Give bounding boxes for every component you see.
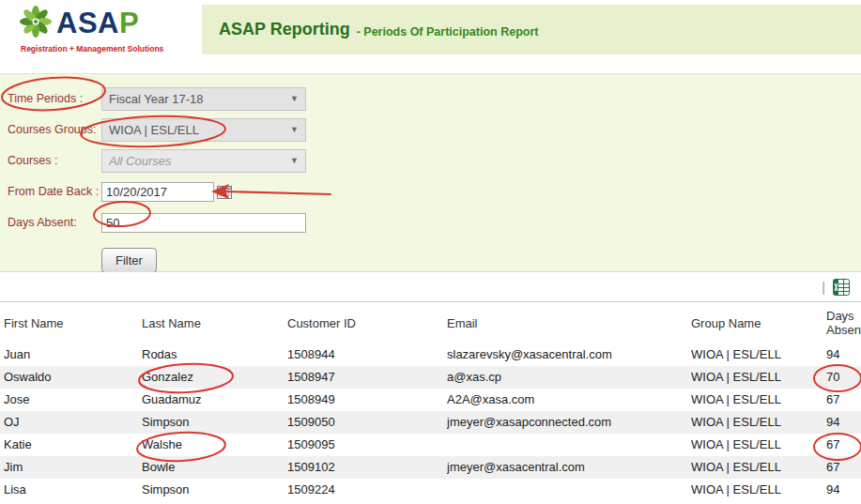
cell-group: WIOA | ESL/ELL — [691, 389, 823, 411]
column-header-group-name: Group Name — [691, 316, 823, 330]
chevron-down-icon: ▼ — [290, 94, 299, 103]
cell-id: 1508949 — [287, 389, 447, 411]
cell-group: WIOA | ESL/ELL — [691, 344, 823, 366]
courses-groups-label: Courses Groups: — [8, 123, 101, 136]
table-row: LisaSimpson1509224WIOA | ESL/ELL94 — [0, 479, 861, 501]
filter-row-from-date: From Date Back : — [8, 179, 861, 204]
table-row: KatieWalshe1509095WIOA | ESL/ELL67 — [0, 434, 861, 456]
table-row: JuanRodas1508944slazarevsky@xasacentral.… — [0, 344, 861, 366]
table-body: JuanRodas1508944slazarevsky@xasacentral.… — [0, 344, 861, 501]
app-header: ASAP Registration + Management Solutions… — [0, 0, 861, 66]
filter-row-courses: Courses : All Courses ▼ — [8, 148, 861, 173]
cell-group: WIOA | ESL/ELL — [691, 411, 823, 434]
cell-id: 1509224 — [287, 479, 447, 501]
filter-button[interactable]: Filter — [101, 248, 157, 273]
cell-email: slazarevsky@xasacentral.com — [447, 344, 691, 366]
asap-flower-icon — [19, 5, 53, 42]
cell-first: Katie — [0, 434, 142, 456]
cell-days: 94 — [823, 479, 861, 501]
logo-tagline: Registration + Management Solutions — [21, 44, 163, 53]
cell-first: Lisa — [0, 479, 142, 501]
cell-days: 67 — [823, 456, 861, 479]
filter-panel: Time Periods : Fiscal Year 17-18 ▼ Cours… — [0, 73, 861, 272]
table-row: OJSimpson1509050jmeyer@xasapconnected.co… — [0, 411, 861, 434]
cell-days: 67 — [823, 434, 861, 456]
courses-groups-dropdown[interactable]: WIOA | ESL/ELL ▼ — [101, 118, 306, 142]
cell-first: Juan — [0, 344, 142, 366]
cell-id: 1509050 — [287, 411, 447, 434]
cell-group: WIOA | ESL/ELL — [691, 434, 823, 456]
cell-group: WIOA | ESL/ELL — [691, 366, 823, 389]
cell-days: 67 — [823, 389, 861, 411]
cell-last: Walshe — [142, 434, 287, 456]
cell-group: WIOA | ESL/ELL — [691, 479, 823, 501]
chevron-down-icon: ▼ — [290, 125, 299, 134]
table-header-row: First Name Last Name Customer ID Email G… — [0, 302, 861, 344]
cell-email — [447, 434, 691, 456]
cell-first: Jose — [0, 389, 142, 411]
column-header-first-name: First Name — [0, 316, 142, 330]
cell-email — [447, 479, 691, 501]
cell-email: jmeyer@xasacentral.com — [447, 456, 691, 479]
cell-email: jmeyer@xasapconnected.com — [447, 411, 691, 434]
cell-last: Bowle — [142, 456, 287, 479]
excel-export-icon[interactable] — [833, 279, 850, 296]
time-periods-label: Time Periods : — [8, 92, 101, 105]
asap-logo: ASAP Registration + Management Solutions — [19, 5, 163, 53]
cell-id: 1508947 — [287, 366, 447, 389]
cell-days: 94 — [823, 344, 861, 366]
from-date-input[interactable] — [101, 182, 214, 202]
cell-first: OJ — [0, 411, 142, 434]
filter-row-time-periods: Time Periods : Fiscal Year 17-18 ▼ — [8, 86, 861, 111]
page: ASAP Registration + Management Solutions… — [0, 0, 861, 504]
from-date-label: From Date Back : — [8, 185, 101, 198]
courses-value: All Courses — [109, 154, 171, 168]
report-toolbar: | — [0, 272, 861, 302]
table-row: OswaldoGonzalez1508947a@xas.cpWIOA | ESL… — [0, 366, 861, 389]
cell-last: Guadamuz — [142, 389, 287, 411]
cell-first: Jim — [0, 456, 142, 479]
page-title: ASAP Reporting — [219, 20, 350, 39]
chevron-down-icon: ▼ — [290, 156, 299, 165]
filter-row-courses-groups: Courses Groups: WIOA | ESL/ELL ▼ — [8, 117, 861, 142]
toolbar-separator: | — [822, 280, 825, 295]
cell-last: Rodas — [142, 344, 287, 366]
cell-id: 1509102 — [287, 456, 447, 479]
cell-days: 94 — [823, 411, 861, 434]
courses-dropdown[interactable]: All Courses ▼ — [101, 149, 306, 173]
time-periods-dropdown[interactable]: Fiscal Year 17-18 ▼ — [101, 87, 306, 111]
courses-label: Courses : — [8, 154, 101, 167]
cell-first: Oswaldo — [0, 366, 142, 389]
cell-group: WIOA | ESL/ELL — [691, 456, 823, 479]
cell-id: 1508944 — [287, 344, 447, 366]
page-subtitle: - Periods Of Participation Report — [357, 25, 539, 38]
table-row: JoseGuadamuz1508949A2A@xasa.comWIOA | ES… — [0, 389, 861, 411]
days-absent-label: Days Absent: — [8, 216, 101, 229]
cell-id: 1509095 — [287, 434, 447, 456]
report-section: | First Name Last Name Customer ID Email… — [0, 272, 861, 504]
column-header-last-name: Last Name — [142, 316, 287, 330]
cell-email: A2A@xasa.com — [447, 389, 691, 411]
cell-email: a@xas.cp — [447, 366, 691, 389]
cell-last: Gonzalez — [142, 366, 287, 389]
column-header-email: Email — [447, 316, 691, 330]
table-row: JimBowle1509102jmeyer@xasacentral.comWIO… — [0, 456, 861, 479]
cell-days: 70 — [823, 366, 861, 389]
logo-wordmark: ASAP — [56, 8, 139, 39]
report-title-band: ASAP Reporting - Periods Of Participatio… — [202, 5, 861, 54]
courses-groups-value: WIOA | ESL/ELL — [109, 123, 199, 137]
column-header-customer-id: Customer ID — [287, 316, 447, 330]
calendar-icon[interactable] — [217, 185, 232, 199]
days-absent-input[interactable] — [101, 213, 306, 233]
column-header-days-absent: Days Absent — [823, 309, 861, 337]
filter-row-days-absent: Days Absent: — [8, 210, 861, 235]
cell-last: Simpson — [142, 479, 287, 501]
time-periods-value: Fiscal Year 17-18 — [109, 92, 203, 106]
cell-last: Simpson — [142, 411, 287, 434]
